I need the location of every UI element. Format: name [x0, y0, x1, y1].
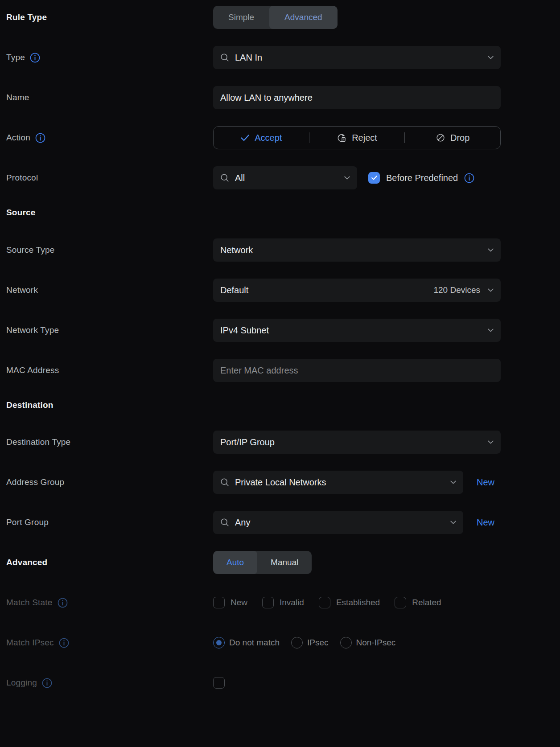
match-ipsec-label: Match IPsec — [6, 638, 54, 648]
match-state-row: Match State New Invalid Established Rela… — [0, 591, 560, 614]
match-ipsec-option-non-ipsec: Non-IPsec — [340, 637, 396, 648]
source-type-row: Source Type Network — [0, 238, 560, 262]
rule-type-option-simple[interactable]: Simple — [213, 6, 269, 29]
match-ipsec-do-not-match-radio[interactable] — [213, 637, 225, 648]
match-state-option-invalid: Invalid — [262, 597, 304, 608]
network-select[interactable]: Default 120 Devices — [213, 279, 501, 302]
match-ipsec-non-ipsec-radio[interactable] — [340, 637, 352, 648]
source-type-label: Source Type — [6, 245, 55, 255]
match-ipsec-ipsec-radio[interactable] — [291, 637, 303, 648]
logging-checkbox[interactable] — [213, 677, 225, 689]
destination-type-select-value: Port/IP Group — [220, 437, 275, 447]
match-state-related-checkbox[interactable] — [395, 597, 406, 608]
chevron-down-icon — [343, 174, 351, 182]
chevron-down-icon — [487, 287, 494, 294]
destination-type-row: Destination Type Port/IP Group — [0, 431, 560, 454]
name-label: Name — [6, 93, 29, 103]
address-group-select[interactable]: Private Local Networks — [213, 471, 463, 494]
chevron-down-icon — [487, 246, 494, 254]
advanced-option-manual[interactable]: Manual — [257, 551, 312, 574]
advanced-section-heading: Advanced — [6, 558, 47, 567]
logging-label: Logging — [6, 678, 37, 688]
logging-row: Logging — [0, 671, 560, 694]
destination-type-label: Destination Type — [6, 437, 70, 447]
rule-type-row: Rule Type Simple Advanced — [0, 6, 560, 29]
before-predefined-label: Before Predefined — [386, 173, 458, 183]
match-state-invalid-label: Invalid — [280, 598, 304, 607]
type-label: Type — [6, 53, 25, 62]
match-state-new-checkbox[interactable] — [213, 597, 225, 608]
name-row: Name — [0, 86, 560, 109]
source-type-select[interactable]: Network — [213, 238, 501, 262]
match-ipsec-option-do-not-match: Do not match — [213, 637, 280, 648]
rule-type-toggle: Simple Advanced — [213, 6, 338, 29]
mac-address-input[interactable] — [213, 359, 501, 382]
info-icon[interactable] — [35, 133, 45, 143]
check-icon — [240, 134, 250, 142]
before-predefined-group: Before Predefined — [368, 172, 474, 184]
firewall-rule-form: Rule Type Simple Advanced Type LAN In — [0, 0, 560, 747]
action-label: Action — [6, 133, 30, 143]
source-type-select-value: Network — [220, 245, 253, 255]
advanced-mode-toggle: Auto Manual — [213, 551, 312, 574]
action-option-accept[interactable]: Accept — [214, 127, 309, 149]
port-group-label: Port Group — [6, 517, 49, 527]
address-group-new-button[interactable]: New — [477, 477, 494, 488]
protocol-select[interactable]: All — [213, 166, 357, 189]
action-option-drop[interactable]: Drop — [405, 127, 500, 149]
match-state-option-established: Established — [319, 597, 380, 608]
match-ipsec-ipsec-label: IPsec — [307, 638, 329, 648]
rule-type-option-advanced[interactable]: Advanced — [269, 6, 338, 29]
port-group-row: Port Group Any New — [0, 511, 560, 534]
match-state-invalid-checkbox[interactable] — [262, 597, 274, 608]
match-state-option-new: New — [213, 597, 247, 608]
info-icon[interactable] — [464, 173, 474, 183]
network-device-count: 120 Devices — [433, 285, 480, 295]
port-group-select-value: Any — [235, 517, 250, 528]
protocol-select-value: All — [235, 173, 245, 183]
protocol-label: Protocol — [6, 173, 38, 183]
port-group-new-button[interactable]: New — [477, 517, 494, 528]
type-select[interactable]: LAN In — [213, 46, 501, 69]
port-group-select[interactable]: Any — [213, 511, 463, 534]
match-state-label: Match State — [6, 598, 53, 607]
action-row: Action Accept Reject — [0, 126, 560, 149]
protocol-row: Protocol All Before Predefined — [0, 166, 560, 189]
match-state-option-related: Related — [395, 597, 441, 608]
info-icon[interactable] — [42, 678, 52, 688]
action-drop-label: Drop — [450, 133, 469, 143]
search-icon — [220, 478, 229, 487]
chevron-down-icon — [487, 327, 494, 334]
name-input[interactable] — [213, 86, 501, 109]
source-section-heading: Source — [0, 206, 560, 219]
info-icon[interactable] — [30, 53, 40, 63]
destination-type-select[interactable]: Port/IP Group — [213, 431, 501, 454]
network-type-label: Network Type — [6, 325, 59, 335]
network-label: Network — [6, 285, 38, 295]
action-option-reject[interactable]: Reject — [309, 127, 405, 149]
destination-section-heading: Destination — [0, 399, 560, 411]
match-state-related-label: Related — [412, 598, 441, 607]
info-icon[interactable] — [59, 638, 69, 648]
before-predefined-checkbox[interactable] — [368, 172, 380, 184]
address-group-select-value: Private Local Networks — [235, 477, 326, 488]
advanced-option-auto[interactable]: Auto — [213, 551, 257, 574]
match-ipsec-do-not-match-label: Do not match — [229, 638, 280, 648]
match-state-established-checkbox[interactable] — [319, 597, 330, 608]
drop-icon — [436, 133, 445, 143]
type-row: Type LAN In — [0, 46, 560, 69]
chevron-down-icon — [449, 479, 457, 486]
match-ipsec-non-ipsec-label: Non-IPsec — [356, 638, 396, 648]
reject-icon — [337, 133, 347, 143]
match-ipsec-row: Match IPsec Do not match IPsec Non-IPsec — [0, 631, 560, 654]
chevron-down-icon — [449, 519, 457, 526]
address-group-label: Address Group — [6, 477, 64, 487]
rule-type-label: Rule Type — [6, 12, 47, 22]
mac-address-row: MAC Address — [0, 359, 560, 382]
network-select-value: Default — [220, 285, 248, 296]
action-reject-label: Reject — [352, 133, 377, 143]
info-icon[interactable] — [58, 598, 68, 608]
search-icon — [220, 53, 229, 62]
network-type-select[interactable]: IPv4 Subnet — [213, 319, 501, 342]
match-state-established-label: Established — [336, 598, 380, 607]
